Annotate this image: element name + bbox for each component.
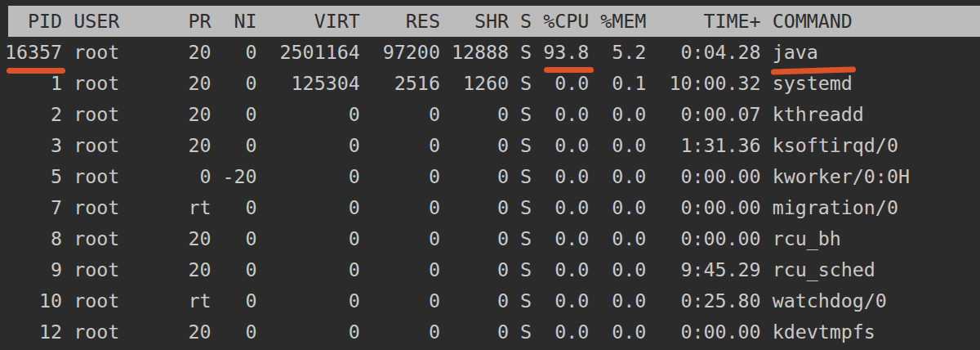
cell-mem: 0.0 <box>589 130 646 161</box>
column-header-time: TIME+ <box>646 6 760 37</box>
cell-res: 0 <box>360 192 440 223</box>
cell-virt: 0 <box>257 254 360 285</box>
cell-pid: 9 <box>5 254 62 285</box>
cell-virt: 0 <box>257 161 360 192</box>
cell-mem: 0.0 <box>589 254 646 285</box>
cell-pr: 20 <box>176 254 211 285</box>
process-row: 12root200000S0.00.00:00.00kdevtmpfs <box>5 316 980 348</box>
cell-pid: 5 <box>5 161 62 192</box>
terminal-screen[interactable]: PIDUSERPRNIVIRTRESSHRS%CPU%MEMTIME+COMMA… <box>0 0 980 350</box>
process-row: 3root200000S0.00.01:31.36ksoftirqd/0 <box>5 130 980 161</box>
cell-user: root <box>62 223 176 254</box>
cell-s: S <box>509 161 532 192</box>
cell-user: root <box>62 285 176 316</box>
cell-mem: 0.0 <box>589 223 646 254</box>
cell-time: 0:00.07 <box>646 99 760 130</box>
cell-virt: 0 <box>257 316 360 348</box>
cell-virt: 0 <box>257 99 360 130</box>
column-header-user: USER <box>62 6 176 37</box>
cell-virt: 0 <box>257 223 360 254</box>
cell-res: 0 <box>360 285 440 316</box>
cell-shr: 0 <box>440 223 509 254</box>
cell-res: 0 <box>360 99 440 130</box>
cell-user: root <box>62 192 176 223</box>
cell-shr: 12888 <box>440 37 509 68</box>
cell-pr: 20 <box>176 68 211 99</box>
cell-ni: 0 <box>211 285 256 316</box>
cell-virt: 125304 <box>257 68 360 99</box>
column-header-mem: %MEM <box>589 6 646 37</box>
cell-cpu: 0.0 <box>532 285 589 316</box>
cell-res: 0 <box>360 316 440 348</box>
cell-time: 0:00.00 <box>646 161 760 192</box>
cell-res: 0 <box>360 254 440 285</box>
cell-shr: 0 <box>440 130 509 161</box>
cell-mem: 0.0 <box>589 161 646 192</box>
cell-pid: 10 <box>5 285 62 316</box>
cell-command: watchdog/0 <box>761 285 887 316</box>
cell-cpu: 0.0 <box>532 223 589 254</box>
cell-pid: 16357 <box>5 37 62 68</box>
cell-pr: 20 <box>176 223 211 254</box>
table-header-row: PIDUSERPRNIVIRTRESSHRS%CPU%MEMTIME+COMMA… <box>5 6 980 37</box>
process-row: 5root0-20000S0.00.00:00.00kworker/0:0H <box>5 161 980 192</box>
cell-virt: 0 <box>257 130 360 161</box>
cell-res: 97200 <box>360 37 440 68</box>
cell-command: kthreadd <box>761 99 864 130</box>
pid-highlight-underline <box>7 68 65 74</box>
column-header-pid: PID <box>5 6 62 37</box>
cell-time: 0:04.28 <box>646 37 760 68</box>
cell-ni: 0 <box>211 223 256 254</box>
cell-time: 0:25.80 <box>646 285 760 316</box>
cell-virt: 2501164 <box>257 37 360 68</box>
cell-virt: 0 <box>257 285 360 316</box>
column-header-s: S <box>509 6 532 37</box>
cell-res: 0 <box>360 223 440 254</box>
cell-mem: 0.1 <box>589 68 646 99</box>
cell-ni: -20 <box>211 161 256 192</box>
cell-command: migration/0 <box>761 192 898 223</box>
cell-cpu: 0.0 <box>532 130 589 161</box>
process-row: 9root200000S0.00.09:45.29rcu_sched <box>5 254 980 285</box>
column-header-shr: SHR <box>440 6 509 37</box>
cell-command: kworker/0:0H <box>761 161 910 192</box>
cell-user: root <box>62 99 176 130</box>
cell-mem: 5.2 <box>589 37 646 68</box>
cell-pr: rt <box>176 192 211 223</box>
column-header-pr: PR <box>176 6 211 37</box>
cell-user: root <box>62 161 176 192</box>
process-row: 10rootrt0000S0.00.00:25.80watchdog/0 <box>5 285 980 316</box>
cell-s: S <box>509 285 532 316</box>
cell-s: S <box>509 254 532 285</box>
cell-res: 2516 <box>360 68 440 99</box>
cell-pr: 20 <box>176 316 211 348</box>
cell-s: S <box>509 192 532 223</box>
cell-res: 0 <box>360 161 440 192</box>
cell-cpu: 0.0 <box>532 192 589 223</box>
cell-ni: 0 <box>211 130 256 161</box>
cell-pr: 20 <box>176 99 211 130</box>
cell-cpu: 0.0 <box>532 316 589 348</box>
cell-shr: 0 <box>440 192 509 223</box>
cell-mem: 0.0 <box>589 192 646 223</box>
cell-shr: 0 <box>440 254 509 285</box>
cell-user: root <box>62 37 176 68</box>
cpu-highlight-underline <box>544 67 594 73</box>
cell-cpu: 0.0 <box>532 254 589 285</box>
cell-res: 0 <box>360 130 440 161</box>
cell-user: root <box>62 130 176 161</box>
cell-ni: 0 <box>211 37 256 68</box>
cell-command: rcu_bh <box>761 223 841 254</box>
cell-command: ksoftirqd/0 <box>761 130 898 161</box>
process-row: 16357root20025011649720012888S93.85.20:0… <box>5 37 980 68</box>
cell-shr: 0 <box>440 161 509 192</box>
cell-pr: 0 <box>176 161 211 192</box>
cell-ni: 0 <box>211 254 256 285</box>
cell-user: root <box>62 68 176 99</box>
cell-shr: 0 <box>440 99 509 130</box>
process-row: 7rootrt0000S0.00.00:00.00migration/0 <box>5 192 980 223</box>
cell-s: S <box>509 316 532 348</box>
cell-time: 10:00.32 <box>646 68 760 99</box>
cell-mem: 0.0 <box>589 316 646 348</box>
cell-ni: 0 <box>211 68 256 99</box>
